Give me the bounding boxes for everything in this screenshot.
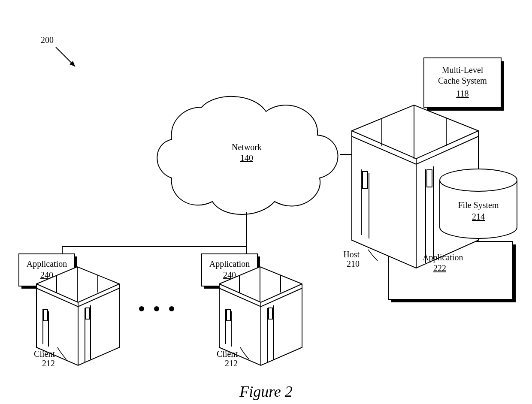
client-1-num: 212 bbox=[42, 359, 55, 368]
client-1: Application 240 Client 212 bbox=[19, 254, 119, 368]
client-2-num: 212 bbox=[225, 359, 238, 368]
svg-point-19 bbox=[440, 169, 517, 191]
network-num: 140 bbox=[240, 153, 253, 163]
network-cloud: Network 140 bbox=[157, 96, 338, 214]
cache-line2: Cache System bbox=[438, 76, 487, 86]
client-2-label: Client bbox=[217, 349, 238, 359]
client-2-app-label: Application bbox=[209, 259, 250, 269]
svg-point-21 bbox=[154, 306, 159, 311]
svg-point-20 bbox=[139, 306, 144, 311]
ellipsis-dots bbox=[139, 306, 174, 311]
cache-num: 118 bbox=[456, 89, 469, 98]
filesystem-num: 214 bbox=[472, 212, 485, 221]
svg-rect-48 bbox=[269, 308, 272, 319]
host-app-num: 222 bbox=[433, 263, 446, 273]
cache-line1: Multi-Level bbox=[442, 65, 484, 75]
svg-rect-13 bbox=[363, 172, 368, 189]
filesystem-cylinder: File System 214 bbox=[440, 169, 517, 238]
host-num: 210 bbox=[347, 259, 360, 268]
svg-rect-34 bbox=[44, 310, 48, 321]
client-1-app-label: Application bbox=[27, 259, 67, 269]
network-label: Network bbox=[232, 142, 262, 152]
diagram-canvas: 200 Network 140 Multi-Level Cache System… bbox=[0, 0, 532, 404]
cache-box: Multi-Level Cache System 118 bbox=[424, 58, 504, 111]
host-app-label: Application bbox=[423, 253, 463, 262]
svg-rect-47 bbox=[227, 310, 230, 321]
svg-rect-35 bbox=[86, 308, 90, 319]
figure-caption: Figure 2 bbox=[239, 383, 293, 400]
filesystem-label: File System bbox=[458, 200, 499, 210]
svg-rect-14 bbox=[427, 170, 432, 187]
svg-point-22 bbox=[169, 306, 174, 311]
client-1-label: Client bbox=[34, 349, 55, 359]
figure-ref: 200 bbox=[41, 35, 54, 45]
client-2: Application 240 Client 212 bbox=[202, 254, 302, 368]
host-label: Host bbox=[343, 250, 360, 259]
